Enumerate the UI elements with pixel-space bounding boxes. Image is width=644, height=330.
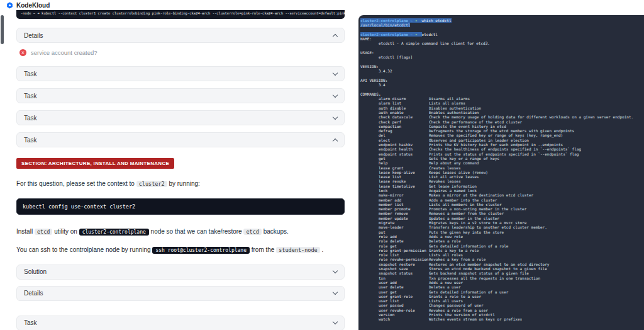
task-card-q2[interactable]: Task	[16, 66, 345, 81]
solution-card-toggle[interactable]: Solution	[16, 265, 345, 280]
task-card-q3[interactable]: Task	[16, 88, 345, 103]
task-card-label: Task	[24, 93, 37, 100]
task-card-label: Task	[24, 319, 37, 326]
task-card-q4[interactable]: Task	[16, 110, 345, 125]
task-card-q6[interactable]: Task	[16, 316, 345, 330]
text: from the	[250, 246, 276, 253]
inline-code-etcd: etcd	[243, 229, 261, 235]
chevron-down-icon	[333, 114, 338, 119]
text: Install	[16, 228, 35, 235]
inline-code-cluster2-controlplane: cluster2-controlplane	[79, 229, 149, 236]
left-scrollbar[interactable]	[0, 10, 4, 330]
inline-code-etcd: etcd	[35, 229, 52, 235]
text: utility on	[52, 228, 79, 235]
text: For this question, please set the contex…	[16, 180, 136, 187]
chevron-down-icon	[333, 290, 338, 295]
q5-instruction-2: Install etcd utility on cluster2-control…	[16, 227, 345, 237]
details-card-body: ✕ service account created?	[19, 49, 345, 56]
chevron-down-icon	[333, 92, 338, 97]
task-card-label: Task	[24, 71, 37, 77]
chevron-up-icon	[333, 138, 338, 143]
details-card-label: Details	[24, 290, 43, 297]
question-q4: Q.4 ✓ Task	[16, 110, 345, 125]
section-badge: SECTION: ARCHITECTURE, INSTALL AND MAINT…	[16, 158, 174, 169]
task-card-label: Task	[24, 115, 37, 122]
terminal-output: cluster2-controlplane ~ ➜ which etcdctl/…	[360, 18, 643, 322]
inline-code-student-node: student-node	[276, 247, 319, 253]
failed-check-icon: ✕	[19, 49, 26, 56]
task-card-label: Task	[24, 137, 37, 144]
previous-command-code-block: -node ~ ➜ kubectl --context cluster1 cre…	[16, 10, 345, 19]
chevron-down-icon	[333, 70, 338, 75]
brand-name[interactable]: KodeKloud	[16, 2, 50, 9]
terminal[interactable]: cluster2-controlplane ~ ➜ which etcdctl/…	[358, 15, 644, 330]
chevron-down-icon	[333, 268, 338, 273]
chevron-down-icon	[333, 319, 338, 324]
details-card-toggle[interactable]: Details	[16, 28, 345, 43]
text: You can ssh to the controlplane node by …	[16, 246, 152, 253]
text: .	[320, 246, 324, 253]
solution-card-label: Solution	[24, 268, 47, 275]
kodekloud-logo-icon[interactable]	[6, 2, 13, 9]
task-q5-body: SECTION: ARCHITECTURE, INSTALL AND MAINT…	[16, 154, 345, 309]
details-card-label: Details	[24, 32, 43, 39]
text: by running:	[167, 180, 200, 187]
top-bar: KodeKloud	[0, 0, 644, 10]
question-q2: Q.2 ✓ Task	[16, 66, 345, 81]
chevron-up-icon	[333, 33, 338, 38]
questions-panel-content: -node ~ ➜ kubectl --context cluster1 cre…	[16, 10, 345, 330]
terminal-panel: cluster2-controlplane ~ ➜ which etcdctl/…	[358, 10, 644, 330]
q5-instruction-1: For this question, please set the contex…	[16, 179, 345, 189]
text: node so that we can take/restore	[149, 228, 244, 235]
left-scrollbar-thumb[interactable]	[1, 15, 4, 44]
use-context-code-block: kubectl config use-context cluster2	[16, 198, 345, 215]
question-q5: Q.5 Task SECTION: ARCHITECTURE, INSTALL …	[16, 132, 345, 309]
inline-code-cluster2: cluster2	[136, 181, 167, 187]
q5-instruction-3: You can ssh to the controlplane node by …	[16, 246, 345, 255]
question-q3: Q.3 ✓ Task	[16, 88, 345, 103]
task-card-q5[interactable]: Task	[16, 132, 345, 147]
details-card-toggle-q5[interactable]: Details	[16, 286, 345, 301]
check-description: service account created?	[31, 49, 97, 56]
inline-code-ssh-command: ssh root@cluster2-controlplane	[152, 247, 250, 254]
text: backups.	[262, 228, 289, 235]
questions-panel: -node ~ ➜ kubectl --context cluster1 cre…	[0, 10, 358, 330]
question-q6: Q.6 ✓ Task	[16, 316, 345, 330]
